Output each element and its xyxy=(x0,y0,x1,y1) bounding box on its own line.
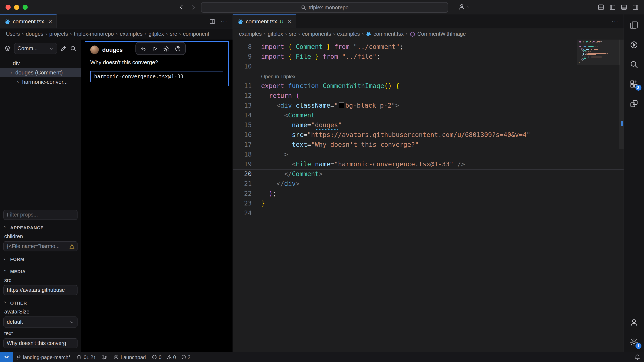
code-line: 18 > xyxy=(233,150,624,160)
scene-preview[interactable]: douges Why doesn't this converge? harmon… xyxy=(81,39,232,352)
extensions-icon[interactable]: 2 xyxy=(624,74,644,94)
search-icon[interactable] xyxy=(624,54,644,74)
line-number: 15 xyxy=(233,120,261,130)
undo-icon[interactable] xyxy=(140,45,146,52)
breadcrumb-item[interactable]: src xyxy=(289,31,296,37)
git-branch-item[interactable]: landing-page-march* xyxy=(13,352,74,362)
help-icon[interactable] xyxy=(175,45,181,52)
breadcrumb-item[interactable]: douges xyxy=(26,31,43,37)
file-reference-chip[interactable]: harmonic-convergence.tsx@1-33 xyxy=(90,71,223,82)
section-form[interactable]: › FORM xyxy=(4,254,78,264)
problems-item[interactable]: 0 0 2 xyxy=(149,352,194,362)
source-control-graph-item[interactable] xyxy=(99,352,110,362)
code-editor[interactable]: 8import { Comment } from "../comment";9i… xyxy=(233,39,624,352)
command-center-search[interactable]: triplex-monorepo xyxy=(201,2,448,13)
toggle-sidebar-left-icon[interactable] xyxy=(609,4,616,11)
launchpad-item[interactable]: Launchpad xyxy=(110,352,149,362)
minimap-line xyxy=(579,44,618,45)
breadcrumb-item[interactable]: CommentWithImage xyxy=(418,31,466,37)
tab-label: comment.tsx xyxy=(246,18,277,25)
chevron-right-icon[interactable]: › xyxy=(8,69,14,75)
settings-gear-icon[interactable]: 1 xyxy=(624,332,644,352)
edit-icon[interactable] xyxy=(60,45,67,52)
minimap-line xyxy=(579,48,618,48)
tree-item-douges-comment[interactable]: › douges (Comment) xyxy=(0,68,81,77)
git-status-badge: U xyxy=(280,18,283,24)
accounts-menu[interactable] xyxy=(458,3,470,10)
left-breadcrumb: Users›douges›projects›triplex-monorepo›e… xyxy=(0,28,232,39)
breadcrumb-item[interactable]: src xyxy=(170,31,177,37)
toggle-panel-icon[interactable] xyxy=(620,4,628,11)
code-line: 24 xyxy=(233,208,624,218)
props-panel: › APPEARANCE children › FORM › MEDIA xyxy=(0,210,81,352)
customize-layout-icon[interactable] xyxy=(598,4,604,11)
account-icon[interactable] xyxy=(624,313,644,332)
filter-props-input[interactable] xyxy=(4,210,78,220)
tree-item-harmonic[interactable]: › harmonic-conver... xyxy=(0,77,81,86)
split-editor-icon[interactable] xyxy=(209,18,216,24)
breadcrumb-item[interactable]: examples xyxy=(120,31,143,37)
breadcrumb-item[interactable]: examples xyxy=(239,31,262,37)
codelens-open-in-triplex[interactable]: Open in Triplex xyxy=(261,74,296,80)
breadcrumb-item[interactable]: gitplex xyxy=(268,31,283,37)
symbol-icon xyxy=(410,31,415,37)
avatar xyxy=(90,45,99,54)
toggle-sidebar-right-icon[interactable] xyxy=(632,4,639,11)
code-line: 12 return ( xyxy=(233,91,624,101)
warning-icon xyxy=(166,354,172,360)
minimize-window-button[interactable] xyxy=(14,5,19,10)
breadcrumb-item[interactable]: triplex-monorepo xyxy=(74,31,114,37)
tree-item-div[interactable]: div xyxy=(0,58,81,68)
line-content: import { Comment } from "../comment"; xyxy=(261,42,624,52)
bell-icon[interactable] xyxy=(634,354,640,360)
git-sync-item[interactable]: 0↓ 2↑ xyxy=(74,352,99,362)
run-debug-icon[interactable] xyxy=(624,35,644,54)
scrollbar[interactable] xyxy=(619,39,624,149)
line-content: > xyxy=(261,150,624,160)
more-actions-icon[interactable]: ··· xyxy=(612,18,618,24)
avatarsize-select[interactable]: default xyxy=(4,317,78,328)
breadcrumb-item[interactable]: Users xyxy=(6,31,20,37)
chevron-right-icon[interactable]: › xyxy=(15,78,20,85)
search-icon[interactable] xyxy=(70,45,77,52)
breadcrumb-item[interactable]: examples xyxy=(337,31,360,37)
close-tab-icon[interactable]: × xyxy=(288,18,292,25)
editor-tab-bar: comment.tsx U × ··· xyxy=(233,14,624,28)
breadcrumb-item[interactable]: component xyxy=(183,31,209,37)
section-appearance[interactable]: › APPEARANCE xyxy=(4,223,78,232)
zoom-window-button[interactable] xyxy=(22,5,28,10)
line-content: Open in Triplex xyxy=(261,71,624,81)
left-tab-comment-tsx[interactable]: comment.tsx × xyxy=(0,14,57,28)
text-input[interactable] xyxy=(4,338,78,348)
close-window-button[interactable] xyxy=(6,5,11,10)
pages-icon[interactable] xyxy=(624,15,644,35)
line-content: text="Why doesn't this converge?" xyxy=(261,140,624,150)
src-input[interactable] xyxy=(4,285,78,295)
line-number: 18 xyxy=(233,150,261,160)
editor-tab-comment-tsx[interactable]: comment.tsx U × xyxy=(233,14,296,28)
component-select[interactable]: Comm... xyxy=(14,43,57,54)
navigate-forward-icon[interactable] xyxy=(190,4,197,11)
section-other[interactable]: › OTHER xyxy=(4,298,78,308)
line-number: 17 xyxy=(233,140,261,150)
navigate-back-icon[interactable] xyxy=(178,4,185,11)
breadcrumb-separator: › xyxy=(116,31,118,37)
gear-icon[interactable] xyxy=(163,45,170,52)
breadcrumb-item[interactable]: gitplex xyxy=(149,31,164,37)
breadcrumb-item[interactable]: projects xyxy=(49,31,68,37)
more-actions-icon[interactable]: ··· xyxy=(221,18,228,24)
command-center-text: triplex-monorepo xyxy=(308,4,348,10)
minimap[interactable] xyxy=(579,41,618,64)
component-select-value: Comm... xyxy=(18,45,47,51)
play-icon[interactable] xyxy=(152,45,158,52)
line-number: 12 xyxy=(233,91,261,101)
close-tab-icon[interactable]: × xyxy=(48,18,52,25)
section-media[interactable]: › MEDIA xyxy=(4,267,78,276)
remote-indicator[interactable]: >< xyxy=(0,352,13,362)
breadcrumb-item[interactable]: components xyxy=(302,31,331,37)
components-icon[interactable] xyxy=(624,94,644,113)
breadcrumb-item[interactable]: comment.tsx xyxy=(374,31,404,37)
children-input[interactable] xyxy=(4,241,78,251)
codelens-row: Open in Triplex xyxy=(233,71,624,81)
minimap-line xyxy=(579,58,618,59)
